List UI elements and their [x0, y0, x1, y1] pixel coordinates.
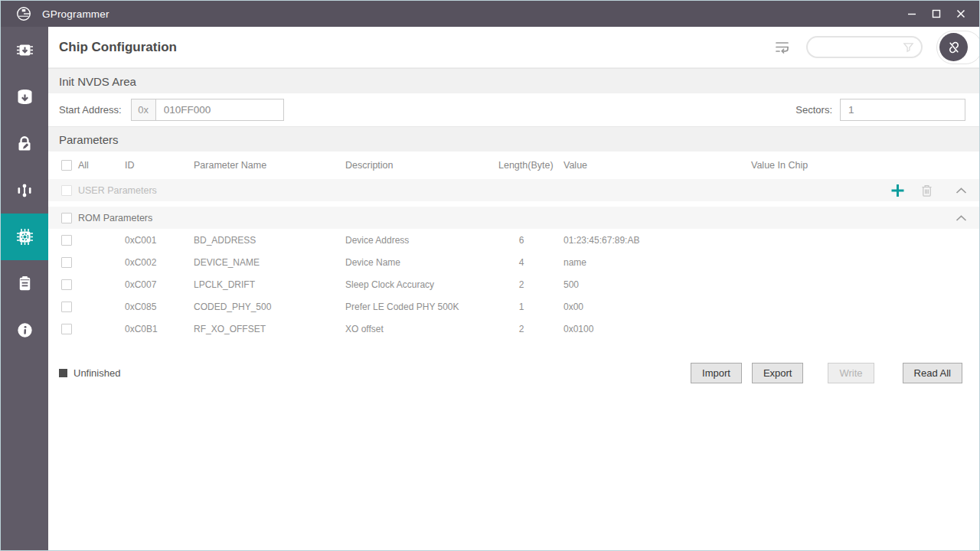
cell-description: Device Name: [345, 257, 400, 268]
cell-value[interactable]: 01:23:45:67:89:AB: [564, 235, 639, 246]
maximize-button[interactable]: [924, 3, 949, 24]
cell-id: 0xC002: [125, 257, 156, 268]
cell-description: XO offset: [345, 324, 384, 334]
sidebar-item-log[interactable]: [1, 260, 48, 307]
sidebar-item-about[interactable]: [1, 307, 48, 354]
app-window: GProgrammer: [0, 0, 980, 551]
write-button: Write: [828, 363, 874, 383]
maximize-icon: [932, 9, 941, 18]
cell-id: 0xC0B1: [125, 324, 158, 334]
col-length: Length(Byte): [498, 160, 554, 171]
main-panel: Chip Configuration: [48, 27, 979, 550]
user-parameters-label: USER Parameters: [78, 185, 157, 196]
sectors-label: Sectors:: [795, 104, 832, 116]
col-description: Description: [345, 160, 394, 171]
add-parameter-button[interactable]: [890, 183, 905, 197]
read-all-button[interactable]: Read All: [903, 363, 962, 383]
start-address-input[interactable]: [156, 99, 284, 121]
row-checkbox[interactable]: [61, 257, 72, 268]
page-header: Chip Configuration: [48, 27, 979, 68]
cell-value[interactable]: 0x0100: [564, 324, 593, 334]
cell-value[interactable]: 0x00: [564, 302, 583, 312]
cell-name: RF_XO_OFFSET: [194, 324, 266, 334]
init-nvds-title: Init NVDS Area: [59, 75, 136, 88]
table-row: 0xC001 BD_ADDRESS Device Address 6 01:23…: [48, 229, 979, 251]
section-header-init-nvds: Init NVDS Area: [48, 68, 979, 93]
cell-length: 1: [498, 302, 544, 312]
info-icon: [15, 321, 34, 340]
unfinished-legend-swatch: [59, 369, 67, 377]
cell-name: DEVICE_NAME: [194, 257, 260, 268]
table-row: 0xC085 CODED_PHY_500 Prefer LE Coded PHY…: [48, 295, 979, 318]
connection-pill: [936, 31, 980, 64]
lock-pencil-icon: [15, 134, 34, 154]
cell-length: 2: [498, 279, 544, 290]
export-button[interactable]: Export: [752, 363, 804, 383]
row-checkbox[interactable]: [61, 302, 72, 312]
cell-name: LPCLK_DRIFT: [194, 279, 255, 290]
window-controls: [900, 3, 973, 24]
disconnect-button[interactable]: [939, 33, 968, 61]
sidebar-item-encrypt-sign[interactable]: [1, 120, 48, 167]
rom-parameters-label: ROM Parameters: [78, 213, 152, 223]
sectors-input[interactable]: [840, 99, 965, 121]
plus-icon: [890, 183, 905, 197]
app-title: GProgrammer: [42, 8, 109, 20]
collapse-user-button[interactable]: [956, 187, 967, 194]
disconnect-icon: [946, 40, 962, 55]
import-button[interactable]: Import: [691, 363, 742, 383]
sidebar-item-chip-configuration[interactable]: [1, 214, 48, 260]
search-box: [806, 36, 923, 58]
search-input[interactable]: [815, 42, 903, 53]
chip-gear-icon: [15, 227, 35, 247]
chevron-up-icon: [956, 187, 967, 194]
pins-icon: [15, 181, 34, 201]
init-nvds-form: Start Address: 0x Sectors:: [48, 93, 979, 126]
start-address-label: Start Address:: [59, 104, 122, 116]
sidebar-item-flash[interactable]: [1, 73, 48, 120]
sidebar-item-firmware-download[interactable]: [1, 27, 48, 73]
sidebar: [1, 27, 48, 550]
col-value: Value: [564, 160, 587, 171]
cell-description: Sleep Clock Accuracy: [345, 279, 434, 290]
rom-parameters-row: ROM Parameters: [48, 207, 979, 229]
col-value-in-chip: Value In Chip: [751, 160, 808, 171]
table-footer: Unfinished Import Export Write Read All: [48, 363, 979, 383]
minimize-icon: [907, 9, 916, 18]
parameters-title: Parameters: [59, 133, 119, 146]
rom-parameters-checkbox[interactable]: [61, 213, 72, 223]
section-header-parameters: Parameters: [48, 126, 979, 152]
cell-description: Prefer LE Coded PHY 500K: [345, 302, 459, 312]
wrap-lines-button[interactable]: [774, 40, 791, 54]
clipboard-icon: [15, 274, 34, 293]
cell-name: CODED_PHY_500: [194, 302, 271, 312]
row-checkbox[interactable]: [61, 235, 72, 246]
minimize-button[interactable]: [900, 3, 924, 24]
page-title: Chip Configuration: [59, 40, 177, 55]
col-all: All: [78, 160, 89, 171]
user-parameters-row: USER Parameters: [48, 179, 979, 201]
app-logo-icon: [15, 5, 32, 22]
cell-value[interactable]: name: [564, 257, 586, 268]
user-parameters-checkbox: [61, 185, 72, 196]
col-name: Parameter Name: [194, 160, 266, 171]
row-checkbox[interactable]: [61, 324, 72, 334]
cell-length: 2: [498, 324, 544, 334]
cell-id: 0xC085: [125, 302, 156, 312]
collapse-rom-button[interactable]: [956, 214, 967, 221]
select-all-checkbox[interactable]: [61, 160, 72, 171]
chevron-up-icon: [956, 214, 967, 221]
delete-parameter-button[interactable]: [921, 184, 933, 197]
table-row: 0xC002 DEVICE_NAME Device Name 4 name: [48, 251, 979, 273]
sidebar-item-pins[interactable]: [1, 167, 48, 214]
cell-length: 4: [498, 257, 544, 268]
cell-value[interactable]: 500: [564, 279, 579, 290]
cell-id: 0xC001: [125, 235, 156, 246]
table-row: 0xC0B1 RF_XO_OFFSET XO offset 2 0x0100: [48, 318, 979, 340]
trash-icon: [921, 184, 933, 197]
cell-name: BD_ADDRESS: [194, 235, 256, 246]
row-checkbox[interactable]: [61, 279, 72, 290]
col-id: ID: [125, 160, 135, 171]
cell-description: Device Address: [345, 235, 409, 246]
close-button[interactable]: [949, 3, 973, 24]
